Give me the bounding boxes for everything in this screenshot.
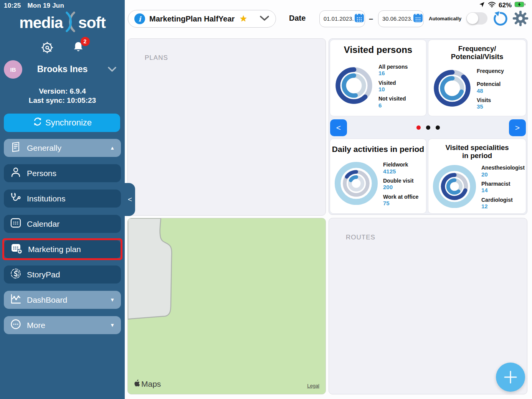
last-sync-label: Last sync: 10:05:23 bbox=[0, 96, 125, 105]
battery-icon bbox=[514, 2, 526, 9]
widget-frequency-potencial-visits: Frequency/ Potencial/Visits Frequency Po… bbox=[428, 40, 526, 116]
main-area: 62% i MarketingPlan HalfYear ★ Date 01.0… bbox=[125, 0, 532, 399]
routes-panel: ROUTES bbox=[329, 218, 527, 394]
sidebar-item-label: Institutions bbox=[27, 194, 65, 203]
notifications-bell-icon[interactable]: 2 bbox=[72, 41, 85, 56]
legend-item: Pharmacist 14 bbox=[481, 181, 525, 194]
journal-icon bbox=[10, 141, 21, 155]
triangle-down-icon: ▼ bbox=[110, 322, 115, 328]
info-icon[interactable]: i bbox=[134, 13, 145, 24]
logo-x-icon bbox=[64, 12, 78, 34]
apple-logo-icon bbox=[134, 379, 140, 389]
sidebar-item-label: StoryPad bbox=[27, 270, 60, 279]
date-to-field[interactable]: 30.06.2023. bbox=[378, 10, 424, 27]
map-brand-label: Maps bbox=[141, 379, 161, 389]
version-info: Version: 6.9.4 Last sync: 10:05:23 bbox=[0, 87, 125, 105]
automatically-label: Automatically bbox=[429, 16, 461, 21]
ellipsis-icon bbox=[10, 318, 21, 332]
battery-percent: 62% bbox=[499, 2, 512, 9]
sidebar-item-storypad[interactable]: StoryPad bbox=[4, 265, 121, 284]
status-indicators: 62% bbox=[479, 1, 526, 10]
plan-selector-value: MarketingPlan HalfYear bbox=[149, 15, 235, 23]
user-row[interactable]: IB Brooks Ines bbox=[0, 60, 125, 81]
legend-item: Visited 10 bbox=[378, 80, 408, 93]
add-button[interactable] bbox=[496, 363, 525, 392]
person-icon bbox=[10, 167, 21, 180]
carousel-dot[interactable] bbox=[416, 125, 421, 130]
carousel-dot[interactable] bbox=[436, 125, 440, 130]
visited-persons-donut-chart bbox=[334, 66, 374, 107]
legend-item: Fieldwork 4125 bbox=[383, 162, 418, 175]
carousel-dots bbox=[329, 125, 527, 130]
plans-panel-label: PLANS bbox=[145, 54, 168, 62]
calendar-icon[interactable] bbox=[413, 13, 423, 25]
sidebar-item-label: Calendar bbox=[27, 219, 59, 229]
status-clock: 10:25 Mon 19 Jun bbox=[4, 2, 64, 10]
sidebar-item-label: DashBoard bbox=[27, 295, 67, 305]
plus-icon bbox=[503, 369, 518, 385]
legend-item: Not visited 6 bbox=[378, 96, 408, 109]
date-label: Date bbox=[289, 14, 306, 23]
legend-item: Cardiologist 12 bbox=[481, 197, 525, 210]
sidebar-item-dashboard[interactable]: DashBoard ▼ bbox=[4, 291, 121, 309]
sidebar-item-marketing-plan[interactable]: Marketing plan bbox=[4, 240, 121, 258]
sidebar-item-label: Generally bbox=[27, 143, 61, 153]
date-from-value: 01.01.2023. bbox=[324, 16, 354, 22]
date-from-field[interactable]: 01.01.2023. bbox=[319, 10, 365, 27]
sidebar-collapse-handle[interactable]: < bbox=[125, 183, 135, 216]
sidebar-item-calendar[interactable]: Calendar bbox=[4, 215, 121, 233]
widget-title: Visited persons bbox=[344, 45, 412, 55]
widget-daily-activities: Daily activities in period Fieldwork 412… bbox=[330, 138, 426, 214]
settings-icon[interactable] bbox=[40, 41, 54, 56]
location-arrow-icon bbox=[479, 1, 485, 10]
app-root: 10:25 Mon 19 Jun media soft bbox=[0, 0, 532, 399]
routes-panel-label: ROUTES bbox=[346, 234, 375, 241]
legend-item: Potencial 48 bbox=[477, 81, 504, 94]
sidebar-item-generally[interactable]: Generally ▲ bbox=[4, 139, 121, 157]
chevron-down-icon bbox=[259, 15, 269, 23]
star-icon: ★ bbox=[240, 14, 247, 24]
carousel-next-button[interactable]: > bbox=[509, 119, 526, 136]
sidebar-item-label: Persons bbox=[27, 169, 56, 178]
sidebar-nav: Generally ▲ Persons bbox=[0, 139, 125, 341]
plans-panel: PLANS bbox=[127, 38, 326, 216]
legend: Frequency Potencial 48 Visits 35 bbox=[477, 68, 504, 110]
widget-title: Daily activities in period bbox=[332, 145, 424, 154]
user-name: Brooks Ines bbox=[0, 64, 125, 74]
legend: Fieldwork 4125 Double visit 200 Work at … bbox=[383, 162, 418, 206]
widget-title: Visited specialities in period bbox=[445, 144, 509, 160]
automatically-toggle[interactable] bbox=[466, 12, 487, 25]
logo-text-right: soft bbox=[78, 14, 106, 32]
sync-icon bbox=[32, 116, 43, 129]
chart-icon bbox=[10, 293, 21, 307]
triangle-down-icon: ▼ bbox=[110, 297, 115, 303]
sidebar-item-persons[interactable]: Persons bbox=[4, 164, 121, 182]
triangle-up-icon: ▲ bbox=[110, 145, 115, 151]
sidebar-item-label: Marketing plan bbox=[28, 245, 81, 254]
status-time: 10:25 bbox=[4, 2, 21, 10]
calendar-icon bbox=[10, 217, 21, 231]
chevron-down-icon bbox=[108, 66, 116, 73]
carousel-dot[interactable] bbox=[426, 125, 430, 130]
version-label: Version: 6.9.4 bbox=[0, 87, 125, 96]
legend-item: Double visit 200 bbox=[383, 178, 418, 191]
plan-selector[interactable]: i MarketingPlan HalfYear ★ bbox=[128, 10, 276, 28]
synchronize-label: Synchronize bbox=[45, 118, 92, 128]
map-legal-link[interactable]: Legal bbox=[307, 383, 319, 389]
sidebar-item-institutions[interactable]: Institutions bbox=[4, 190, 121, 208]
legend-item: All persons 16 bbox=[378, 64, 408, 77]
frequency-donut-chart bbox=[432, 68, 472, 110]
calendar-icon[interactable] bbox=[354, 13, 365, 25]
map-area-shape bbox=[128, 218, 326, 394]
status-date: Mon 19 Jun bbox=[27, 2, 64, 10]
marketing-plan-highlight: Marketing plan bbox=[2, 238, 122, 260]
synchronize-button[interactable]: Synchronize bbox=[4, 114, 120, 132]
refresh-icon[interactable] bbox=[492, 10, 509, 28]
daily-activities-donut-chart bbox=[334, 161, 378, 207]
legend-item: Work at office 75 bbox=[383, 194, 418, 207]
legend-item: Anesthesiologist 20 bbox=[481, 165, 525, 178]
map-panel[interactable]: Maps Legal bbox=[127, 218, 326, 394]
sidebar-item-more[interactable]: More ▼ bbox=[4, 316, 121, 334]
legend-item: Visits 35 bbox=[477, 97, 504, 110]
gear-icon[interactable] bbox=[512, 10, 529, 27]
